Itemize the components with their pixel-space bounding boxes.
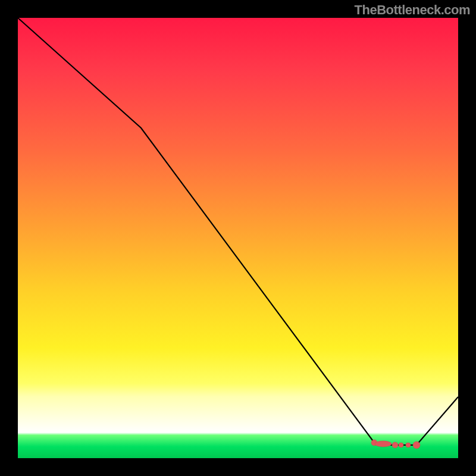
- chart-overlay: [18, 18, 458, 458]
- marker-dot: [413, 441, 420, 449]
- marker-dot: [399, 443, 403, 447]
- marker-blob: [375, 441, 392, 447]
- marker-dot: [406, 443, 411, 447]
- optimum-marker-group: [371, 440, 420, 449]
- bottleneck-curve-line: [18, 18, 458, 445]
- plot-area: [18, 18, 458, 458]
- marker-dot: [392, 442, 398, 448]
- chart-frame: TheBottleneck.com: [0, 0, 476, 476]
- attribution-text: TheBottleneck.com: [355, 2, 470, 18]
